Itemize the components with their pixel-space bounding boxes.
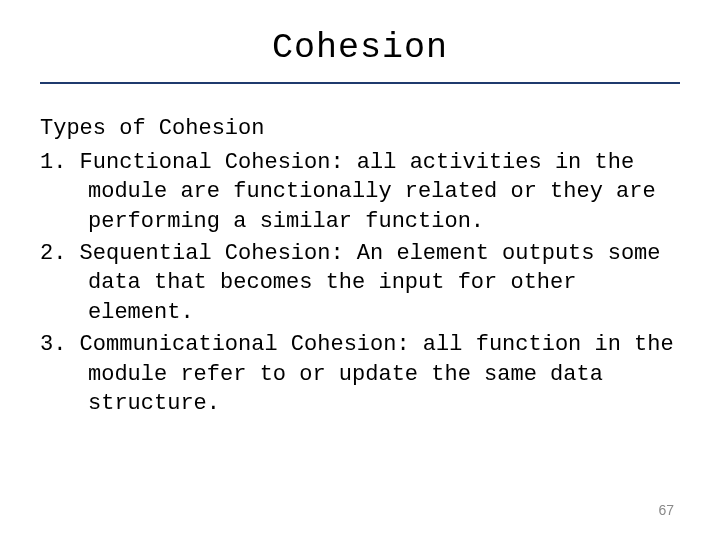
page-number: 67	[658, 502, 674, 518]
subheading: Types of Cohesion	[40, 114, 680, 144]
slide: Cohesion Types of Cohesion Functional Co…	[0, 0, 720, 540]
list-item: Communicational Cohesion: all function i…	[40, 330, 680, 419]
list-item: Functional Cohesion: all activities in t…	[40, 148, 680, 237]
title-divider	[40, 82, 680, 84]
slide-title: Cohesion	[40, 28, 680, 68]
cohesion-types-list: Functional Cohesion: all activities in t…	[40, 148, 680, 419]
list-item: Sequential Cohesion: An element outputs …	[40, 239, 680, 328]
